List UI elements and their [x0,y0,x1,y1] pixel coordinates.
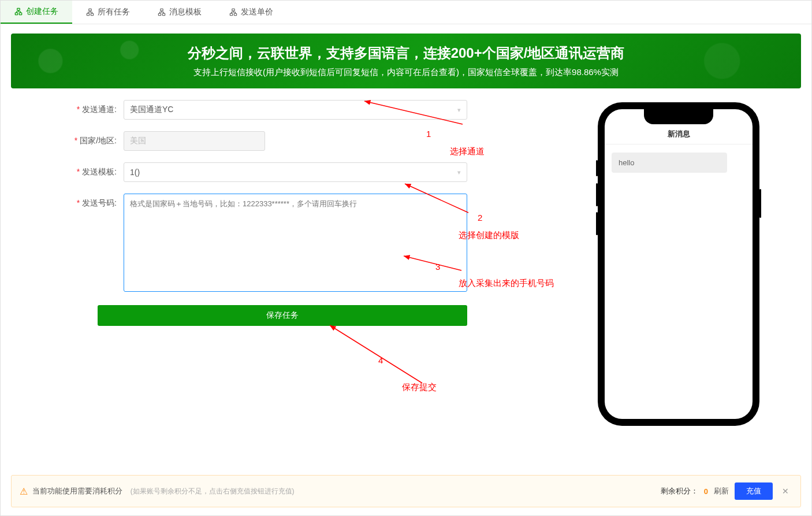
svg-rect-1 [15,13,17,15]
balance-label: 剩余积分： [661,486,698,496]
annotation-text-3: 放入采集出来的手机号码 [459,278,554,289]
task-form: *发送通道: 美国通道YC ▾ *国家/地区: 美国 *发送模板: [11,100,467,326]
country-label: *国家/地区: [11,131,124,146]
warning-icon: ⚠ [20,486,28,497]
hero-banner: 分秒之间，云联世界，支持多国语言，连接200+个国家/地区通讯运营商 支持上行短… [11,34,801,88]
tab-all-tasks[interactable]: 所有任务 [72,1,144,24]
svg-rect-4 [87,13,89,16]
footer-main-text: 当前功能使用需要消耗积分 [32,487,122,495]
banner-title: 分秒之间，云联世界，支持多国语言，连接200+个国家/地区通讯运营商 [23,44,789,62]
tab-message-template[interactable]: 消息模板 [144,1,215,24]
svg-rect-7 [158,13,161,16]
tab-label: 消息模板 [169,7,202,17]
channel-value: 美国通道YC [130,105,173,115]
annotation-number-4: 4 [378,355,383,365]
tab-label: 创建任务 [26,6,58,17]
svg-rect-6 [161,9,163,11]
svg-line-15 [330,325,422,383]
annotation-text-4: 保存提交 [402,382,437,393]
annotation-number-2: 2 [478,213,482,222]
chevron-down-icon: ▾ [457,169,461,176]
phone-numbers-textarea[interactable] [124,194,467,292]
svg-rect-10 [230,13,232,16]
svg-rect-3 [89,9,91,11]
tab-label: 所有任务 [98,7,130,17]
points-notice-bar: ⚠ 当前功能使用需要消耗积分 (如果账号剩余积分不足，点击右侧充值按钮进行充值)… [11,475,801,507]
tab-label: 发送单价 [241,7,273,17]
template-select[interactable]: 1() ▾ [124,162,467,182]
tab-send-price[interactable]: 发送单价 [215,1,287,24]
svg-rect-11 [234,13,236,16]
sitemap-icon [229,8,237,16]
template-value: 1() [130,168,140,177]
phone-message-bubble: hello [612,153,727,173]
sitemap-icon [14,8,23,16]
annotation-arrow-4 [324,320,428,389]
refresh-link[interactable]: 刷新 [714,486,729,496]
recharge-button[interactable]: 充值 [735,482,773,500]
svg-rect-2 [19,13,21,15]
tab-bar: 创建任务 所有任务 消息模板 发送单价 [1,1,811,24]
svg-rect-5 [91,13,93,16]
country-value: 美国 [130,136,146,146]
annotation-text-2: 选择创建的模版 [459,230,519,241]
channel-select[interactable]: 美国通道YC ▾ [124,100,467,120]
balance-value: 0 [704,487,708,496]
banner-subtitle: 支持上行短信接收(用户接收到短信后可回复短信，内容可在后台查看)，国家短信全球覆… [23,67,789,78]
save-task-button[interactable]: 保存任务 [98,305,467,326]
svg-rect-0 [17,8,20,10]
number-label: *发送号码: [11,194,124,209]
tab-create-task[interactable]: 创建任务 [1,1,72,24]
channel-label: *发送通道: [11,100,124,115]
phone-preview: 新消息 hello [598,102,759,426]
close-icon[interactable]: ✕ [779,487,792,496]
footer-note-text: (如果账号剩余积分不足，点击右侧充值按钮进行充值) [131,487,295,495]
sitemap-icon [86,8,94,16]
svg-rect-8 [162,13,165,16]
svg-rect-9 [232,9,234,11]
template-label: *发送模板: [11,162,124,177]
chevron-down-icon: ▾ [457,106,461,114]
country-input[interactable]: 美国 [124,131,265,151]
sitemap-icon [158,8,166,16]
